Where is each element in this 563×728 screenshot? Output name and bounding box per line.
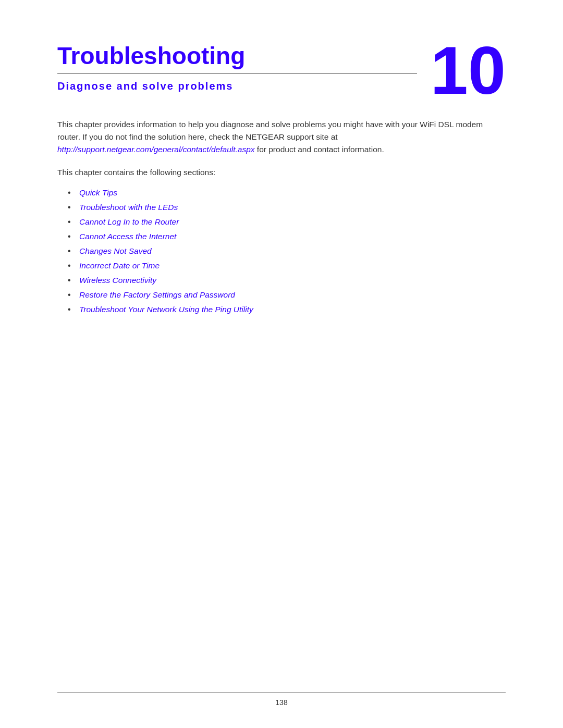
toc-list-item: Restore the Factory Settings and Passwor… bbox=[68, 290, 506, 300]
title-underline bbox=[57, 73, 417, 74]
toc-link[interactable]: Cannot Access the Internet bbox=[79, 232, 176, 241]
support-link[interactable]: http://support.netgear.com/general/conta… bbox=[57, 145, 255, 154]
sections-intro-text: This chapter contains the following sect… bbox=[57, 166, 506, 179]
toc-list-item: Troubleshoot Your Network Using the Ping… bbox=[68, 305, 506, 314]
toc-list-item: Changes Not Saved bbox=[68, 246, 506, 256]
header-section: 10 Troubleshooting Diagnose and solve pr… bbox=[57, 42, 506, 92]
toc-link[interactable]: Restore the Factory Settings and Passwor… bbox=[79, 290, 235, 299]
toc-list: Quick TipsTroubleshoot with the LEDsCann… bbox=[57, 188, 506, 314]
toc-link[interactable]: Troubleshoot with the LEDs bbox=[79, 203, 178, 212]
toc-link[interactable]: Cannot Log In to the Router bbox=[79, 217, 179, 226]
toc-list-item: Incorrect Date or Time bbox=[68, 261, 506, 270]
toc-list-item: Cannot Log In to the Router bbox=[68, 217, 506, 227]
toc-list-item: Troubleshoot with the LEDs bbox=[68, 203, 506, 212]
footer-line bbox=[57, 692, 506, 693]
intro-text-after-link: for product and contact information. bbox=[255, 145, 384, 154]
toc-list-item: Wireless Connectivity bbox=[68, 276, 506, 285]
intro-paragraph: This chapter provides information to hel… bbox=[57, 118, 506, 156]
toc-list-item: Quick Tips bbox=[68, 188, 506, 198]
toc-list-item: Cannot Access the Internet bbox=[68, 232, 506, 241]
toc-link[interactable]: Wireless Connectivity bbox=[79, 276, 156, 285]
toc-link[interactable]: Troubleshoot Your Network Using the Ping… bbox=[79, 305, 253, 314]
toc-link[interactable]: Quick Tips bbox=[79, 188, 117, 197]
toc-link[interactable]: Changes Not Saved bbox=[79, 246, 152, 255]
page: 10 Troubleshooting Diagnose and solve pr… bbox=[0, 0, 563, 728]
page-number: 138 bbox=[275, 698, 287, 707]
chapter-number: 10 bbox=[430, 36, 506, 104]
page-footer: 138 bbox=[0, 692, 563, 707]
toc-link[interactable]: Incorrect Date or Time bbox=[79, 261, 160, 270]
intro-text-before-link: This chapter provides information to hel… bbox=[57, 120, 483, 141]
